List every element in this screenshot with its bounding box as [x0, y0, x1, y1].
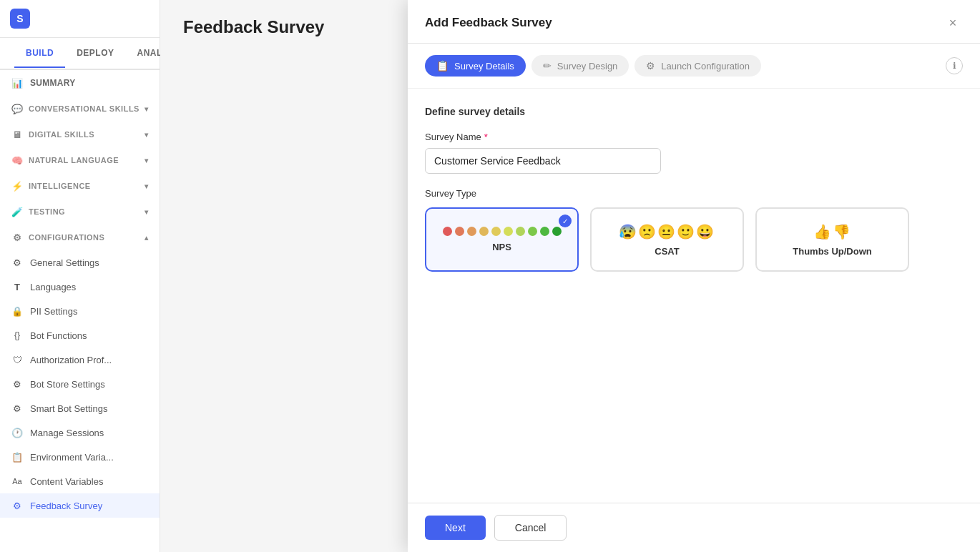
sidebar-item-content-vars[interactable]: Aa Content Variables: [0, 469, 160, 493]
info-icon: ℹ: [946, 57, 963, 74]
csat-emoji: 😰🙁😐🙂😀: [619, 223, 715, 240]
nps-check-badge: ✓: [559, 215, 572, 227]
sidebar-section: 📊 SUMMARY 💬 CONVERSATIONAL SKILLS ▾ 🖥 DI…: [0, 70, 160, 552]
natural-label: NATURAL LANGUAGE: [29, 156, 119, 164]
launch-config-step-label: Launch Configuration: [661, 61, 750, 72]
general-settings-label: General Settings: [30, 257, 99, 268]
modal-header: Add Feedback Survey ×: [408, 0, 980, 44]
intelligence-icon: ⚡: [11, 180, 23, 192]
next-button[interactable]: Next: [425, 516, 486, 540]
nav-tab-build[interactable]: BUILD: [14, 39, 65, 68]
launch-config-step-icon: ⚙: [646, 60, 655, 72]
dot-5: [491, 227, 501, 236]
bot-functions-icon: {}: [11, 330, 23, 341]
section-title: Define survey details: [425, 106, 963, 117]
step-launch-config[interactable]: ⚙ Launch Configuration: [634, 55, 761, 77]
sidebar-logo: S: [0, 0, 160, 38]
cancel-button[interactable]: Cancel: [494, 515, 567, 541]
sidebar-item-env-vars[interactable]: 📋 Environment Varia...: [0, 445, 160, 469]
sidebar-item-feedback-survey[interactable]: ⚙ Feedback Survey: [0, 493, 160, 518]
intelligence-label: INTELLIGENCE: [29, 182, 91, 190]
chevron-icon: ▴: [144, 234, 149, 242]
survey-type-nps[interactable]: ✓ NPS: [425, 207, 579, 272]
nps-label: NPS: [492, 242, 511, 252]
nav-tab-deploy[interactable]: DEPLOY: [65, 39, 125, 68]
dot-7: [516, 227, 525, 236]
chevron-icon: ▾: [144, 182, 149, 190]
chevron-icon: ▾: [144, 157, 149, 164]
modal-steps: 📋 Survey Details ✏ Survey Design ⚙ Launc…: [408, 44, 980, 89]
dot-9: [540, 227, 549, 236]
feedback-survey-icon: ⚙: [11, 500, 23, 511]
smart-bot-icon: ⚙: [11, 403, 23, 414]
dot-6: [504, 227, 513, 236]
sidebar-item-general-settings[interactable]: ⚙ General Settings: [0, 250, 160, 275]
sidebar-section-conversational[interactable]: 💬 CONVERSATIONAL SKILLS ▾: [0, 96, 160, 122]
dot-4: [479, 227, 489, 236]
sidebar-item-bot-functions[interactable]: {} Bot Functions: [0, 323, 160, 348]
survey-design-step-icon: ✏: [543, 60, 552, 72]
left-panel: S BUILD DEPLOY ANALYZE MANAGE 📊 SUMMARY …: [0, 0, 160, 552]
thumbs-card-inner: 👍👎 Thumbs Up/Down: [757, 209, 908, 270]
bot-store-label: Bot Store Settings: [30, 379, 105, 390]
close-button[interactable]: ×: [943, 13, 963, 33]
pii-label: PII Settings: [30, 306, 77, 317]
thumbs-label: Thumbs Up/Down: [793, 246, 872, 257]
feedback-survey-label: Feedback Survey: [30, 501, 102, 511]
step-survey-details[interactable]: 📋 Survey Details: [425, 55, 526, 77]
auth-label: Authorization Prof...: [30, 355, 112, 365]
sidebar-section-configurations[interactable]: ⚙ CONFIGURATIONS ▴: [0, 225, 160, 250]
pii-icon: 🔒: [11, 305, 23, 317]
dot-3: [467, 227, 476, 236]
languages-icon: T: [11, 281, 23, 292]
dot-1: [443, 227, 452, 236]
modal-body: Define survey details Survey Name * Surv…: [408, 89, 980, 503]
survey-design-step-label: Survey Design: [557, 61, 618, 72]
dot-8: [528, 227, 537, 236]
required-indicator: *: [484, 132, 488, 142]
conversational-label: CONVERSATIONAL SKILLS: [29, 104, 139, 113]
sidebar-section-intelligence[interactable]: ⚡ INTELLIGENCE ▾: [0, 173, 160, 199]
modal-title: Add Feedback Survey: [425, 16, 552, 30]
survey-name-label: Survey Name *: [425, 132, 963, 142]
step-survey-design[interactable]: ✏ Survey Design: [531, 55, 629, 77]
survey-types-container: ✓ NPS: [425, 207, 963, 272]
conversational-icon: 💬: [11, 103, 23, 114]
sidebar-item-languages[interactable]: T Languages: [0, 275, 160, 299]
sidebar-item-auth-prof[interactable]: 🛡 Authorization Prof...: [0, 348, 160, 372]
dot-2: [455, 227, 464, 236]
bot-functions-label: Bot Functions: [30, 330, 87, 341]
chevron-icon: ▾: [144, 208, 149, 216]
dot-10: [552, 227, 562, 236]
sidebar-item-pii[interactable]: 🔒 PII Settings: [0, 299, 160, 323]
testing-label: TESTING: [29, 207, 65, 216]
csat-label: CSAT: [655, 246, 679, 257]
survey-details-step-label: Survey Details: [454, 61, 514, 72]
survey-type-csat[interactable]: 😰🙁😐🙂😀 CSAT: [590, 207, 744, 272]
survey-type-thumbs[interactable]: 👍👎 Thumbs Up/Down: [755, 207, 909, 272]
survey-name-field: Survey Name *: [425, 132, 963, 174]
sidebar-item-manage-sessions[interactable]: 🕐 Manage Sessions: [0, 420, 160, 445]
env-vars-label: Environment Varia...: [30, 452, 114, 463]
sessions-label: Manage Sessions: [30, 428, 104, 438]
sidebar-section-natural[interactable]: 🧠 NATURAL LANGUAGE ▾: [0, 147, 160, 173]
sidebar-item-bot-store[interactable]: ⚙ Bot Store Settings: [0, 372, 160, 396]
smart-bot-label: Smart Bot Settings: [30, 403, 107, 414]
sidebar-section-testing[interactable]: 🧪 TESTING ▾: [0, 199, 160, 225]
app-logo: S: [10, 9, 30, 29]
testing-icon: 🧪: [11, 206, 23, 217]
modal-overlay: Add Feedback Survey × 📋 Survey Details ✏…: [408, 0, 980, 552]
survey-name-input[interactable]: [425, 148, 661, 174]
chevron-icon: ▾: [144, 131, 149, 139]
sidebar-item-smart-bot[interactable]: ⚙ Smart Bot Settings: [0, 396, 160, 420]
modal-footer: Next Cancel: [408, 503, 980, 552]
nps-dots: [443, 227, 562, 236]
env-vars-icon: 📋: [11, 451, 23, 463]
general-settings-icon: ⚙: [11, 257, 23, 268]
sessions-icon: 🕐: [11, 427, 23, 438]
sidebar-section-digital[interactable]: 🖥 DIGITAL SKILLS ▾: [0, 122, 160, 147]
languages-label: Languages: [30, 282, 76, 292]
summary-icon: 📊: [11, 77, 23, 89]
csat-card-inner: 😰🙁😐🙂😀 CSAT: [592, 209, 743, 270]
sidebar-item-summary[interactable]: 📊 SUMMARY: [0, 70, 160, 96]
